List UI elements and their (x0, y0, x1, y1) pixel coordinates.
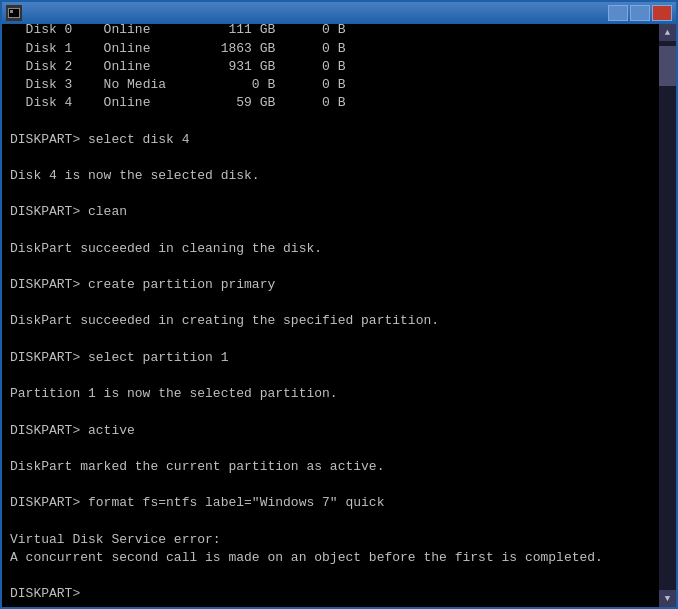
console-output[interactable]: Microsoft Windows [Version 6.1.7601] Cop… (2, 24, 659, 607)
scroll-thumb[interactable] (659, 46, 676, 86)
console-area: Microsoft Windows [Version 6.1.7601] Cop… (2, 24, 676, 607)
scroll-down-arrow[interactable]: ▼ (659, 590, 676, 607)
title-bar-left (6, 5, 26, 21)
scroll-up-arrow[interactable]: ▲ (659, 24, 676, 41)
scroll-track[interactable] (659, 41, 676, 590)
maximize-button[interactable] (630, 5, 650, 21)
minimize-button[interactable] (608, 5, 628, 21)
scrollbar[interactable]: ▲ ▼ (659, 24, 676, 607)
main-window: Microsoft Windows [Version 6.1.7601] Cop… (0, 0, 678, 609)
title-buttons (608, 5, 672, 21)
close-button[interactable] (652, 5, 672, 21)
window-icon (6, 5, 22, 21)
title-bar (2, 2, 676, 24)
